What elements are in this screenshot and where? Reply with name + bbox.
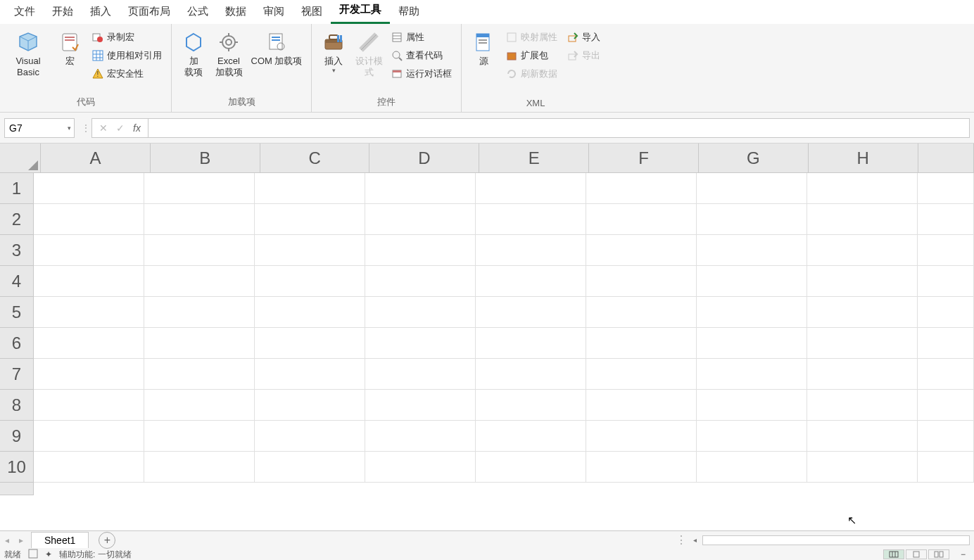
sheet-nav-next[interactable]: ▸	[14, 535, 28, 545]
hscroll-grip-icon[interactable]: ⋮	[676, 533, 687, 547]
cell[interactable]	[365, 204, 476, 235]
column-header-F[interactable]: F	[589, 144, 699, 173]
enter-icon[interactable]: ✓	[116, 122, 125, 134]
cell[interactable]	[807, 297, 918, 328]
cell[interactable]	[918, 421, 974, 452]
cell[interactable]	[697, 235, 807, 266]
hscroll-track[interactable]	[702, 535, 970, 545]
cell[interactable]	[697, 266, 807, 297]
visual-basic-button[interactable]: Visual Basic	[4, 28, 52, 82]
cell[interactable]	[918, 266, 974, 297]
namebox-resize-handle[interactable]: ⋮	[80, 123, 91, 133]
cell[interactable]	[144, 328, 255, 359]
cell[interactable]	[144, 204, 255, 235]
cell[interactable]	[144, 173, 255, 204]
tab-developer[interactable]: 开发工具	[331, 0, 390, 24]
addins-button[interactable]: 加 载项	[176, 28, 211, 82]
import-button[interactable]: 导入	[565, 30, 602, 45]
cell[interactable]	[476, 266, 586, 297]
macro-record-status-icon[interactable]	[28, 549, 38, 560]
column-header-C[interactable]: C	[260, 144, 370, 173]
cell[interactable]	[807, 235, 918, 266]
cell[interactable]	[807, 204, 918, 235]
cell[interactable]	[476, 173, 586, 204]
column-header-extra[interactable]	[918, 144, 974, 173]
column-header-B[interactable]: B	[151, 144, 260, 173]
tab-page-layout[interactable]: 页面布局	[120, 1, 179, 24]
cell[interactable]	[697, 359, 807, 390]
cell[interactable]	[476, 235, 586, 266]
row-header-1[interactable]: 1	[0, 173, 34, 204]
tab-help[interactable]: 帮助	[390, 1, 428, 24]
cell[interactable]	[697, 390, 807, 421]
cell[interactable]	[586, 266, 697, 297]
cell[interactable]	[255, 266, 365, 297]
cell[interactable]	[807, 421, 918, 452]
cell[interactable]	[807, 452, 918, 483]
cell[interactable]	[34, 452, 144, 483]
cancel-icon[interactable]: ✕	[99, 122, 108, 134]
row-header-10[interactable]: 10	[0, 452, 34, 483]
cell[interactable]	[697, 297, 807, 328]
row-header-5[interactable]: 5	[0, 297, 34, 328]
cell[interactable]	[144, 421, 255, 452]
cell[interactable]	[807, 328, 918, 359]
sheet-tab-1[interactable]: Sheet1	[31, 532, 89, 548]
cell[interactable]	[365, 390, 476, 421]
cell[interactable]	[255, 328, 365, 359]
cell[interactable]	[144, 235, 255, 266]
cell[interactable]	[144, 297, 255, 328]
cell[interactable]	[34, 328, 144, 359]
cell[interactable]	[34, 173, 144, 204]
cell[interactable]	[255, 359, 365, 390]
cell[interactable]	[586, 328, 697, 359]
column-header-H[interactable]: H	[809, 144, 918, 173]
tab-home[interactable]: 开始	[44, 1, 82, 24]
cell[interactable]	[365, 359, 476, 390]
cell[interactable]	[365, 235, 476, 266]
tab-view[interactable]: 视图	[293, 1, 331, 24]
cell[interactable]	[697, 421, 807, 452]
formula-input[interactable]	[148, 118, 970, 138]
cell[interactable]	[918, 390, 974, 421]
cell[interactable]	[807, 173, 918, 204]
fx-icon[interactable]: fx	[133, 122, 141, 134]
cell[interactable]	[697, 173, 807, 204]
cell[interactable]	[586, 204, 697, 235]
tab-insert[interactable]: 插入	[82, 1, 120, 24]
export-button[interactable]: 导出	[565, 48, 602, 63]
cell[interactable]	[586, 173, 697, 204]
insert-control-button[interactable]: 插入 ▾	[316, 28, 351, 77]
column-header-A[interactable]: A	[41, 144, 151, 173]
cell[interactable]	[697, 328, 807, 359]
cell[interactable]	[476, 204, 586, 235]
expansion-pack-button[interactable]: 扩展包	[504, 48, 559, 63]
view-normal-button[interactable]	[883, 549, 904, 559]
cell[interactable]	[586, 452, 697, 483]
column-header-G[interactable]: G	[699, 144, 809, 173]
cell[interactable]	[34, 390, 144, 421]
select-all-corner[interactable]	[0, 144, 41, 173]
cell[interactable]	[365, 421, 476, 452]
cell[interactable]	[365, 328, 476, 359]
use-relative-button[interactable]: 使用相对引用	[90, 48, 164, 63]
cell[interactable]	[34, 235, 144, 266]
tab-formulas[interactable]: 公式	[179, 1, 217, 24]
macro-security-button[interactable]: ! 宏安全性	[90, 66, 164, 82]
cell[interactable]	[586, 359, 697, 390]
cell[interactable]	[255, 421, 365, 452]
cell[interactable]	[476, 359, 586, 390]
cell[interactable]	[476, 452, 586, 483]
refresh-data-button[interactable]: 刷新数据	[504, 66, 559, 82]
column-header-D[interactable]: D	[369, 144, 479, 173]
row-header-6[interactable]: 6	[0, 328, 34, 359]
view-pagebreak-button[interactable]	[928, 549, 949, 559]
row-header-2[interactable]: 2	[0, 204, 34, 235]
tab-review[interactable]: 审阅	[255, 1, 293, 24]
cell[interactable]	[34, 297, 144, 328]
row-header-3[interactable]: 3	[0, 235, 34, 266]
cell[interactable]	[918, 235, 974, 266]
row-header-4[interactable]: 4	[0, 266, 34, 297]
properties-button[interactable]: 属性	[389, 30, 454, 45]
view-pagelayout-button[interactable]	[906, 549, 927, 559]
